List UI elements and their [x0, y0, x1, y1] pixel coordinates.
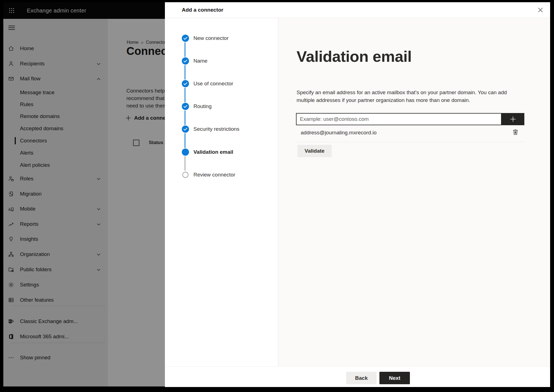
- validation-email-heading: Validation email: [297, 47, 412, 65]
- step-name[interactable]: Name: [165, 57, 278, 65]
- step-connector-line: [185, 133, 185, 148]
- step-completed-icon: [182, 57, 189, 65]
- next-button[interactable]: Next: [379, 372, 410, 384]
- step-upcoming-icon: [182, 172, 188, 178]
- step-security-restrictions[interactable]: Security restrictions: [165, 125, 278, 133]
- dialog-title: Add a connector: [182, 2, 223, 18]
- trash-icon: [512, 129, 519, 136]
- step-current-icon: [182, 148, 189, 156]
- validation-description-line: multiple addresses if your partner organ…: [297, 96, 470, 104]
- step-connector-line: [185, 111, 185, 125]
- step-routing[interactable]: Routing: [165, 103, 278, 110]
- added-email-address: address@journaling.mxrecord.io: [301, 129, 377, 136]
- validation-description-line: Specify an email address for an active m…: [297, 89, 507, 96]
- plus-icon: [509, 116, 517, 123]
- divider: [296, 142, 525, 142]
- close-icon[interactable]: [537, 7, 543, 13]
- step-connector-line: [185, 65, 185, 80]
- step-completed-icon: [182, 35, 189, 42]
- step-validation-email[interactable]: Validation email: [165, 148, 278, 156]
- step-connector-line: [185, 42, 185, 57]
- validation-email-input[interactable]: [296, 113, 502, 125]
- delete-email-button[interactable]: [512, 129, 519, 136]
- step-connector-line: [185, 156, 185, 171]
- step-review-connector[interactable]: Review connector: [165, 171, 278, 178]
- step-completed-icon: [182, 125, 189, 133]
- step-completed-icon: [182, 103, 189, 110]
- dialog-header: Add a connector: [165, 2, 550, 18]
- step-use-of-connector[interactable]: Use of connector: [165, 80, 278, 87]
- step-completed-icon: [182, 80, 189, 87]
- back-button[interactable]: Back: [346, 372, 377, 384]
- step-connector-line: [185, 88, 185, 102]
- step-new-connector[interactable]: New connector: [165, 35, 278, 42]
- validate-button[interactable]: Validate: [297, 145, 332, 157]
- add-email-button[interactable]: [502, 113, 524, 125]
- dialog-content-background: [278, 18, 550, 366]
- add-connector-dialog: Add a connector New connector Name: [165, 2, 550, 387]
- screenshot-root: Exchange admin center Home Recipients Ma…: [0, 0, 554, 392]
- wizard-stepper: [165, 18, 278, 366]
